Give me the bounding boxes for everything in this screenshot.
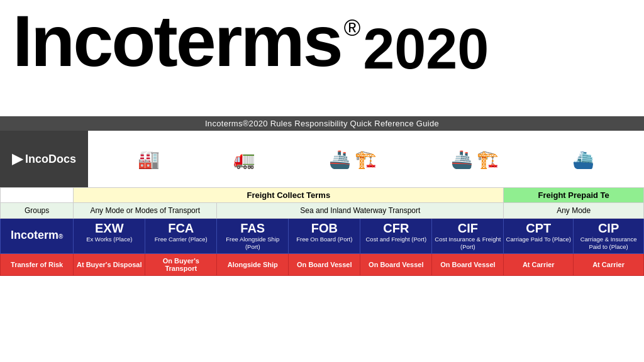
logo-name: IncoDocs xyxy=(25,153,76,166)
title-block: Incoterms® 2020 xyxy=(13,5,489,77)
risk-label-cell: Transfer of Risk xyxy=(1,253,74,275)
incoterm-fas: FAS Free Alongside Ship (Port) xyxy=(217,219,289,254)
logo-cell: ▶ IncoDocs xyxy=(0,131,88,187)
cpt-desc: Carriage Paid To (Place) xyxy=(505,236,572,243)
risk-fca: On Buyer's Transport xyxy=(145,253,217,275)
cip-desc: Carriage & Insurance Paid to (Place) xyxy=(575,236,642,251)
risk-cfr: On Board Vessel xyxy=(360,253,432,275)
title-year: 2020 xyxy=(363,21,489,77)
incoterm-fob: FOB Free On Board (Port) xyxy=(289,219,360,254)
freight-prepaid-cell: Freight Prepaid Te xyxy=(504,188,644,203)
incoterm-brand: Incoterm® xyxy=(2,229,72,242)
incoterm-exw: EXW Ex Works (Place) xyxy=(74,219,145,254)
exw-code: EXW xyxy=(75,221,143,236)
title-registered: ® xyxy=(344,17,361,40)
cip-code: CIP xyxy=(575,221,642,236)
sea-inland-cell: Sea and Inland Waterway Transport xyxy=(217,203,504,219)
freight-header-row: Freight Collect Terms Freight Prepaid Te xyxy=(1,188,644,203)
cif-desc: Cost Insurance & Freight (Port) xyxy=(433,236,502,251)
truck-icon: 🚛 xyxy=(233,149,255,170)
incoterm-row: Incoterm® EXW Ex Works (Place) FCA Free … xyxy=(1,219,644,254)
ship-icon-right: ⛴️ xyxy=(572,149,594,170)
subtitle-text: Incoterms®2020 Rules Responsibility Quic… xyxy=(205,119,439,128)
cpt-code: CPT xyxy=(505,221,572,236)
fca-desc: Free Carrier (Place) xyxy=(147,236,215,243)
cfr-desc: Cost and Freight (Port) xyxy=(362,236,430,243)
cfr-code: CFR xyxy=(362,221,430,236)
illustration-area: 🏭 🚛 🚢 🏗️ 🚢 🏗️ ⛴️ xyxy=(88,131,644,187)
risk-fas: Alongside Ship xyxy=(217,253,289,275)
risk-cif: On Board Vessel xyxy=(432,253,504,275)
risk-exw: At Buyer's Disposal xyxy=(74,253,145,275)
risk-row: Transfer of Risk At Buyer's Disposal On … xyxy=(1,253,644,275)
logo-illustration-row: ▶ IncoDocs 🏭 🚛 🚢 🏗️ 🚢 🏗️ ⛴️ xyxy=(0,131,644,187)
incoterms-table: Freight Collect Terms Freight Prepaid Te… xyxy=(0,187,644,276)
logo-icon: ▶ xyxy=(12,151,23,167)
factory-icon: 🏭 xyxy=(138,149,160,170)
any-mode2-cell: Any Mode xyxy=(504,203,644,219)
fob-desc: Free On Board (Port) xyxy=(290,236,358,243)
logo: ▶ IncoDocs xyxy=(12,151,76,167)
freight-collect-cell: Freight Collect Terms xyxy=(74,188,504,203)
fas-code: FAS xyxy=(218,221,287,236)
crane-icon-center: 🏗️ xyxy=(477,149,499,170)
groups-label-cell: Groups xyxy=(1,203,74,219)
crane-left-illustration: 🚢 🏗️ xyxy=(329,149,377,170)
risk-fob: On Board Vessel xyxy=(289,253,360,275)
ship-right-illustration: ⛴️ xyxy=(572,149,594,170)
truck-illustration: 🚛 xyxy=(233,149,255,170)
incoterm-fca: FCA Free Carrier (Place) xyxy=(145,219,217,254)
ship-icon-left: 🚢 xyxy=(329,149,351,170)
factory-illustration: 🏭 xyxy=(138,149,160,170)
freight-empty-cell xyxy=(1,188,74,203)
header-section: Incoterms® 2020 xyxy=(0,0,644,116)
incoterm-cpt: CPT Carriage Paid To (Place) xyxy=(504,219,574,254)
incoterm-reg: ® xyxy=(58,233,63,240)
fca-code: FCA xyxy=(147,221,215,236)
risk-cpt: At Carrier xyxy=(504,253,574,275)
cif-code: CIF xyxy=(433,221,502,236)
fob-code: FOB xyxy=(290,221,358,236)
fas-desc: Free Alongside Ship (Port) xyxy=(218,236,287,251)
any-mode-cell: Any Mode or Modes of Transport xyxy=(74,203,217,219)
incoterm-label-cell: Incoterm® xyxy=(1,219,74,254)
title-incoterms: Incoterms xyxy=(13,5,341,77)
incoterm-cfr: CFR Cost and Freight (Port) xyxy=(360,219,432,254)
subtitle-bar: Incoterms®2020 Rules Responsibility Quic… xyxy=(0,116,644,131)
risk-cip: At Carrier xyxy=(574,253,644,275)
incoterm-cip: CIP Carriage & Insurance Paid to (Place) xyxy=(574,219,644,254)
groups-row: Groups Any Mode or Modes of Transport Se… xyxy=(1,203,644,219)
ship-icon-center: 🚢 xyxy=(451,149,473,170)
ship-center-illustration: 🚢 🏗️ xyxy=(451,149,499,170)
incoterms-table-wrapper: Freight Collect Terms Freight Prepaid Te… xyxy=(0,187,644,276)
incoterm-cif: CIF Cost Insurance & Freight (Port) xyxy=(432,219,504,254)
crane-icon-left: 🏗️ xyxy=(355,149,377,170)
exw-desc: Ex Works (Place) xyxy=(75,236,143,243)
